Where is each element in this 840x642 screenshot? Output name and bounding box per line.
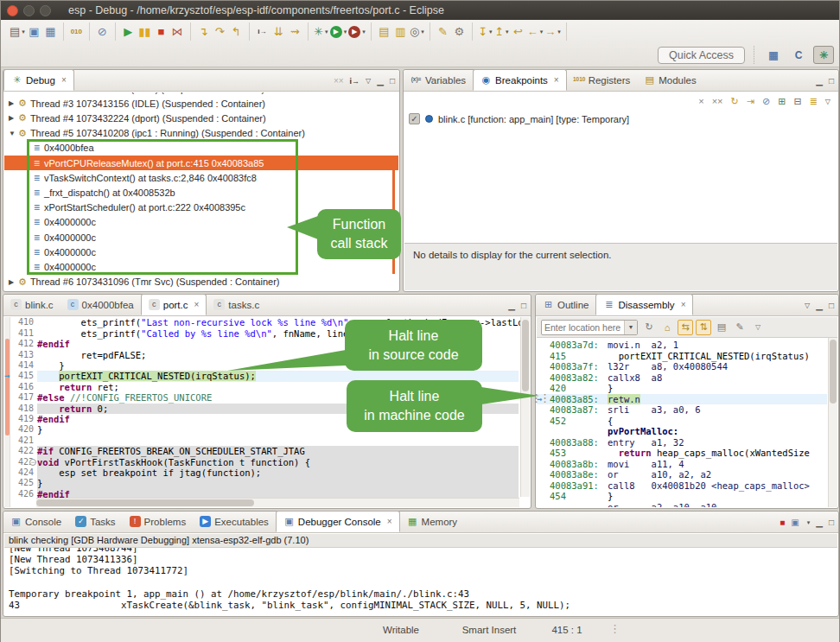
back-button[interactable]: ←▾ <box>526 23 544 41</box>
line-number[interactable]: 419 <box>11 414 34 424</box>
line-number[interactable]: 414 <box>11 360 34 371</box>
close-icon[interactable]: × <box>194 300 200 309</box>
code-line[interactable]: } <box>37 478 519 488</box>
disconnect-button[interactable]: ⋈ <box>169 23 186 41</box>
maximize-icon[interactable]: □ <box>521 301 526 310</box>
thread-row[interactable]: ▶⚙Thread #6 1073431096 (Tmr Svc) (Suspen… <box>4 275 398 289</box>
disassembly-row[interactable]: or a2, a10, a10 <box>537 502 827 508</box>
disassembly-row[interactable]: 40083a7f:l32r a8, 0x40080544 <box>537 361 827 372</box>
code-line[interactable]: portEXIT_CRITICAL_NESTED(irqStatus); <box>37 371 519 381</box>
debug-perspective-button[interactable]: ✳ <box>813 46 834 64</box>
line-number[interactable]: 422 <box>11 446 34 456</box>
view-menu-icon[interactable]: ▽ <box>366 77 371 85</box>
debug-launch-tree[interactable]: ▶⚙Thread #2 1073411312 (IDLE) (Suspended… <box>4 92 398 290</box>
code-line[interactable] <box>37 435 519 446</box>
window-close-button[interactable] <box>7 5 18 16</box>
run-button[interactable]: ▶▾ <box>329 23 348 41</box>
expander-icon[interactable]: ▶ <box>9 278 18 286</box>
sync-with-active-debug-context-button[interactable]: ⇆ <box>678 320 693 335</box>
save-button[interactable]: ▣ <box>26 23 42 41</box>
expander-icon[interactable]: ▶ <box>9 99 18 107</box>
disassembly-row[interactable]: 40083a87:srli a3, a0, 6 <box>537 404 827 416</box>
stack-frame-row[interactable]: ≡0x4000000c <box>4 259 398 274</box>
disassembly-row[interactable]: 415 portEXIT_CRITICAL_NESTED(irqStatus) <box>537 351 827 362</box>
new-cpp-project-button[interactable]: ▤ <box>376 23 392 41</box>
stack-frame-row[interactable]: ≡xPortStartScheduler() at port.c:222 0x4… <box>4 200 398 215</box>
line-number[interactable]: 418 <box>11 404 34 414</box>
location-input[interactable] <box>542 322 624 333</box>
code-line[interactable]: esp_set_breakpoint_if_jtag(function); <box>37 467 519 478</box>
disassembly-row[interactable]: 454} <box>537 491 827 502</box>
home-button[interactable]: ⌂ <box>659 320 675 335</box>
stack-frame-row[interactable]: ≡0x4000bfea <box>4 141 398 156</box>
editor-horizontal-scrollbar[interactable] <box>36 498 519 507</box>
line-number[interactable]: 424 <box>11 467 34 478</box>
disassembly-row[interactable]: 40083a7d:movi.n a2, 1 <box>537 340 827 351</box>
use-step-filters-button[interactable]: ⇝ <box>287 23 303 41</box>
group-by-button[interactable]: ≣ <box>810 96 818 107</box>
remove-all-breakpoints-button[interactable]: ×× <box>712 96 723 106</box>
disassembly-row[interactable]: →40083a85:retw.n <box>537 394 827 405</box>
disassembly-scrollbar[interactable] <box>828 338 837 507</box>
step-return-button[interactable]: ↰ <box>228 23 245 41</box>
close-icon[interactable]: × <box>61 75 67 85</box>
remove-all-terminated-button[interactable]: ×× <box>334 76 344 86</box>
stack-frame-row[interactable]: ≡0x4000000c <box>4 230 398 245</box>
chevron-down-icon[interactable]: ▼ <box>624 321 637 334</box>
fold-collapse-icon[interactable]: – <box>29 459 36 466</box>
breakpoint-checkbox[interactable]: ✓ <box>409 113 420 124</box>
instruction-stepping-toggle[interactable]: i→ <box>350 77 360 86</box>
disassembly-row[interactable]: 40083a82:callx8 a8 <box>537 372 827 384</box>
stack-frame-row[interactable]: ≡0x4000000c <box>4 215 398 230</box>
expander-icon[interactable]: ▼ <box>9 130 18 137</box>
tab-console-debugger-console[interactable]: ▣Debugger Console× <box>276 511 400 532</box>
breakpoint-row[interactable]: ✓ blink.c [function: app_main] [type: Te… <box>409 111 837 126</box>
tab-editor-blink-c[interactable]: cblink.c <box>3 294 60 315</box>
line-number[interactable]: 411 <box>11 328 34 339</box>
code-line[interactable]: return 0; <box>37 404 519 414</box>
expand-all-button[interactable]: ⊞ <box>778 96 786 107</box>
show-breakpoint-types-button[interactable]: ↻ <box>731 96 739 107</box>
annotation-ruler[interactable] <box>4 317 10 507</box>
code-line[interactable]: } <box>37 360 519 371</box>
disassembly-row[interactable]: 40083a88:entry a1, 32 <box>537 437 827 448</box>
close-icon[interactable]: × <box>387 517 392 526</box>
toggle-mark-occurrences-button[interactable]: ✎ <box>435 23 451 41</box>
go-to-file-for-breakpoint-button[interactable]: ⇥ <box>747 96 754 107</box>
scrollbar-handle[interactable] <box>522 320 529 391</box>
tab-console-tasks[interactable]: ✓Tasks <box>68 511 122 532</box>
display-selected-console-button[interactable]: ▣ <box>791 518 799 527</box>
open-perspective-button[interactable]: ▦ <box>763 46 784 64</box>
window-minimize-button[interactable] <box>23 5 35 16</box>
line-number[interactable]: 421 <box>11 435 34 446</box>
console-output[interactable]: [New Thread 1073468744][New Thread 10734… <box>4 548 837 615</box>
scrollbar-handle[interactable] <box>830 340 837 404</box>
disassembly-row[interactable]: pvPortMalloc: <box>537 426 827 437</box>
external-tools-button[interactable]: ▶▾ <box>347 23 366 41</box>
tab-console-console[interactable]: ▣Console <box>3 511 68 532</box>
window-maximize-button[interactable] <box>40 5 51 16</box>
terminate-console-button[interactable]: ■ <box>780 518 785 527</box>
disassembly-row[interactable]: 452{ <box>537 416 827 427</box>
code-line[interactable]: #endif <box>37 339 519 349</box>
suspend-button[interactable]: ▮▮ <box>137 23 153 41</box>
expander-icon[interactable]: ▶ <box>9 114 18 122</box>
stack-frame-row[interactable]: ≡0x4000000c <box>4 245 398 259</box>
minimize-icon[interactable]: ▁ <box>508 301 515 310</box>
code-line[interactable]: #else //!CONFIG_FREERTOS_UNICORE <box>37 392 519 403</box>
stack-frame-row[interactable]: ≡vPortCPUReleaseMutex() at port.c:415 0x… <box>4 156 398 170</box>
maximize-icon[interactable]: □ <box>829 301 834 310</box>
open-element-button[interactable]: ▥ <box>392 23 409 41</box>
view-menu-icon[interactable]: ▽ <box>805 302 810 309</box>
view-menu-button[interactable]: ▽ <box>750 320 766 335</box>
scrollbar-handle[interactable] <box>36 499 254 506</box>
tab-console-memory[interactable]: ▦Memory <box>400 511 465 532</box>
editor-vertical-scrollbar[interactable] <box>520 317 530 497</box>
thread-row[interactable]: ▶⚙Thread #3 1073413156 (IDLE) (Suspended… <box>4 96 398 111</box>
resume-button[interactable]: ▶ <box>120 23 137 41</box>
line-number[interactable]: 417 <box>11 392 34 403</box>
tab-view-outline[interactable]: ⊞Outline <box>536 294 595 315</box>
tab-editor-port-c[interactable]: cport.c× <box>141 294 207 315</box>
disassembly-listing[interactable]: 40083a7d:movi.n a2, 1415 portEXIT_CRITIC… <box>537 338 827 507</box>
code-line[interactable]: #endif <box>37 414 519 424</box>
